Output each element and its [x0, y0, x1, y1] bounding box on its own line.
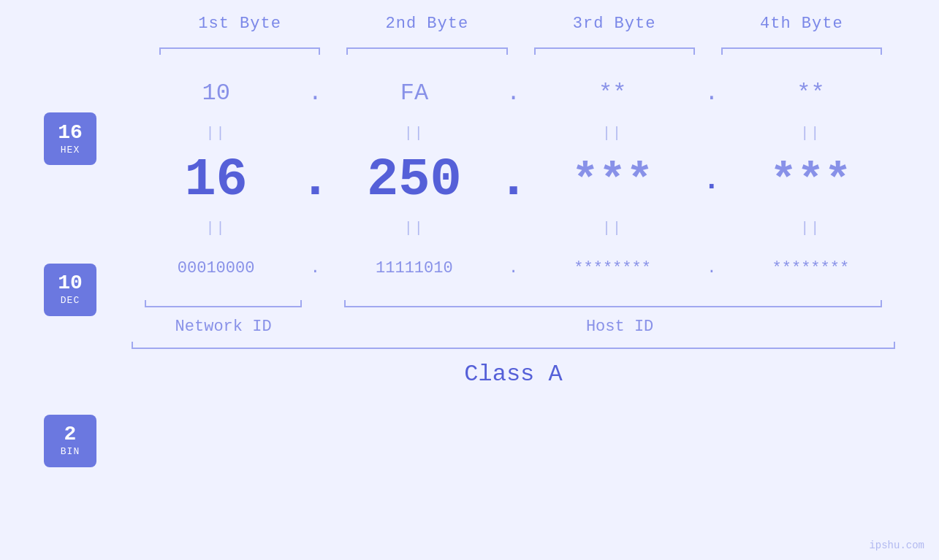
main-grid: 16 HEX 10 DEC 2 BIN 10 .: [44, 64, 895, 545]
hex-dot3: .: [697, 80, 726, 107]
bin-b4: ********: [726, 259, 895, 277]
eq1-b2: ||: [330, 125, 498, 142]
eq2-b2: ||: [330, 220, 498, 237]
class-section: Class A: [132, 342, 895, 388]
hex-dot2: .: [499, 80, 528, 107]
byte4-header: 4th Byte: [708, 15, 895, 33]
dec-b1: 16: [132, 150, 300, 210]
bin-badge-label: BIN: [61, 446, 80, 457]
class-bracket: [132, 342, 895, 356]
bin-dot2: .: [499, 259, 528, 277]
eq2-b3: ||: [528, 220, 697, 237]
values-grid: 10 . FA . ** . **: [132, 64, 895, 545]
dec-dot3: .: [697, 164, 726, 197]
host-id-bracket: [344, 300, 882, 315]
main-container: 1st Byte 2nd Byte 3rd Byte 4th Byte: [0, 0, 939, 560]
byte2-header: 2nd Byte: [333, 15, 520, 33]
dec-dot2: .: [499, 150, 528, 210]
eq-row-1: || || || ||: [132, 122, 895, 144]
host-id-section: Host ID: [344, 300, 895, 336]
class-label: Class A: [132, 361, 895, 388]
bin-dot1: .: [300, 259, 330, 277]
hex-b1: 10: [132, 80, 300, 107]
hex-badge: 16 HEX: [44, 112, 96, 165]
host-id-label: Host ID: [586, 318, 653, 336]
bracket-top-b3: [534, 40, 695, 55]
eq2-b1: ||: [132, 220, 300, 237]
eq1-b4: ||: [726, 125, 895, 142]
dec-badge-num: 10: [58, 273, 83, 294]
dec-b3: ***: [528, 155, 697, 207]
byte-headers-row: 1st Byte 2nd Byte 3rd Byte 4th Byte: [44, 15, 895, 33]
eq-row-2: || || || ||: [132, 217, 895, 239]
bin-b1: 00010000: [132, 259, 300, 277]
dec-row: 16 . 250 . *** . ***: [132, 144, 895, 217]
bin-badge-num: 2: [64, 424, 77, 445]
dec-b2: 250: [330, 150, 498, 210]
byte3-header: 3rd Byte: [521, 15, 708, 33]
hex-b3: **: [528, 80, 697, 107]
network-id-section: Network ID: [132, 300, 315, 336]
hex-badge-num: 16: [58, 123, 83, 143]
bin-b2: 11111010: [330, 259, 498, 277]
network-id-bracket: [145, 300, 302, 315]
dec-badge: 10 DEC: [44, 264, 96, 316]
hex-row: 10 . FA . ** . **: [132, 64, 895, 122]
eq1-b3: ||: [528, 125, 697, 142]
eq1-b1: ||: [132, 125, 300, 142]
hex-b4: **: [726, 80, 895, 107]
dot-spacer-1: [315, 300, 344, 336]
dec-b4: ***: [726, 155, 895, 207]
hex-b2: FA: [330, 80, 498, 107]
top-brackets-row: [44, 40, 895, 55]
bracket-top-b2: [346, 40, 507, 55]
bin-badge: 2 BIN: [44, 415, 96, 467]
watermark: ipshu.com: [869, 540, 924, 551]
bracket-top-b4: [721, 40, 882, 55]
bottom-bracket-labels: Network ID Host ID: [132, 300, 895, 336]
badges-column: 16 HEX 10 DEC 2 BIN: [44, 64, 132, 545]
dec-badge-label: DEC: [61, 295, 80, 306]
bin-b3: ********: [528, 259, 697, 277]
dec-dot1: .: [300, 150, 330, 210]
hex-dot1: .: [300, 80, 330, 107]
bracket-top-b1: [159, 40, 320, 55]
hex-badge-label: HEX: [61, 145, 80, 156]
bin-dot3: .: [697, 259, 726, 277]
network-id-label: Network ID: [175, 318, 272, 336]
bin-row: 00010000 . 11111010 . ******** .: [132, 239, 895, 297]
byte1-header: 1st Byte: [146, 15, 333, 33]
eq2-b4: ||: [726, 220, 895, 237]
